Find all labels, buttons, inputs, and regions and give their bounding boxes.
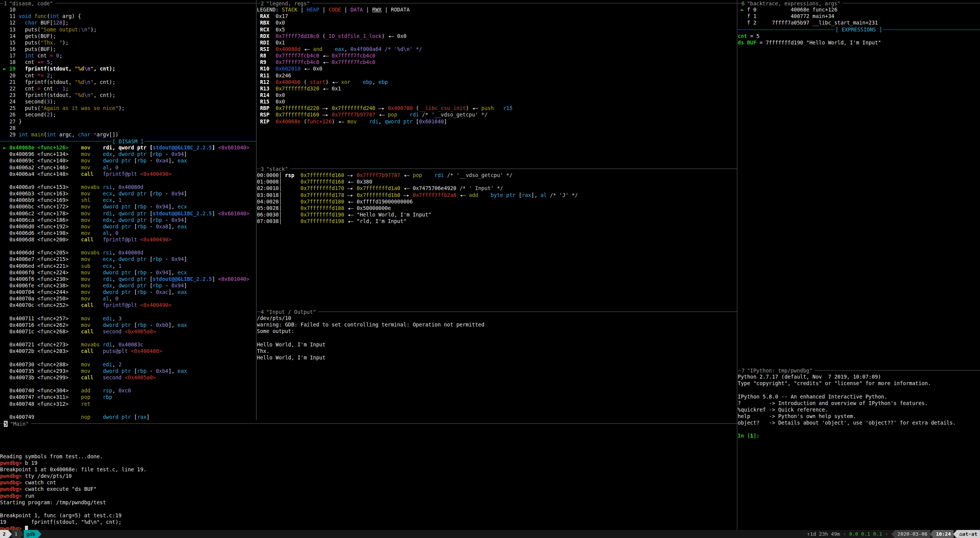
terminal-text-segment: 0x7ffff7fcb4c0 bbox=[332, 52, 375, 59]
terminal-line: 24 second(3); bbox=[0, 98, 256, 105]
pane-number: 4 bbox=[261, 309, 264, 315]
terminal-text-segment: 0x7fffffffd220 bbox=[276, 105, 319, 111]
tmux-session-badge[interactable]: 2 bbox=[0, 530, 8, 538]
separator-line bbox=[883, 30, 980, 30]
terminal-text-segment: - bbox=[162, 256, 171, 262]
tmux-window-tab-gdb[interactable]: gdb bbox=[24, 530, 38, 538]
terminal-line: R15 0x0 bbox=[257, 98, 737, 105]
terminal-text-segment: Starting program: /tmp/pwndbg/test bbox=[0, 499, 106, 505]
terminal-text-segment: 0x400696 <func+134> bbox=[0, 151, 81, 157]
terminal-text-segment: 128 bbox=[53, 20, 62, 26]
chevron-separator-icon: ‹ bbox=[882, 531, 891, 537]
terminal-text-segment: 0x7fffffffd320 bbox=[276, 85, 319, 92]
terminal-text-segment: 17 bbox=[0, 52, 19, 59]
terminal-text-segment: pwndbg> bbox=[0, 473, 25, 479]
terminal-text-segment: dword ptr bbox=[103, 368, 131, 374]
terminal-text-segment: 0x40080d bbox=[118, 184, 143, 190]
terminal-text-segment: edi bbox=[103, 361, 112, 367]
terminal-text-segment: stdout@@GLIBC_2.2.5 bbox=[153, 276, 212, 282]
pane-disasm-code[interactable]: 1"disasm, code" 10 11 void func(int arg)… bbox=[0, 0, 256, 420]
terminal-text-segment: tty /dev/pts/10 bbox=[25, 473, 72, 479]
pane-title-label: "disasm, code" bbox=[9, 0, 53, 7]
terminal-text-segment: func bbox=[34, 13, 47, 19]
terminal-text-segment: 0x50000000e bbox=[357, 205, 391, 211]
pane-input-output[interactable]: 4"Input / Output" /dev/pts/10warning: GD… bbox=[257, 308, 737, 420]
terminal-text-segment: rdi bbox=[103, 341, 112, 348]
terminal-text-segment: ( bbox=[319, 33, 326, 39]
terminal-text-segment: 0x4006d6 <func+198> bbox=[0, 230, 81, 236]
terminal-text-segment: , bbox=[112, 256, 118, 262]
hostname-label: at-at bbox=[962, 531, 977, 537]
terminal-text-segment: " bbox=[90, 66, 94, 72]
terminal-line: RDI 0x1 bbox=[257, 39, 737, 46]
gdb-console-listing[interactable]: Reading symbols from test...done.pwndbg>… bbox=[0, 427, 737, 530]
terminal-text-segment: 0x400740 <func+304> bbox=[0, 387, 81, 394]
pane-backtrace-expressions[interactable]: 6"backtrace, expressions, args" ► f 0 40… bbox=[738, 0, 980, 367]
terminal-text-segment: fprintf(stdout, bbox=[19, 79, 75, 85]
pane-legend-regs[interactable]: 2"legend, regs" LEGEND: STACK | HEAP | C… bbox=[257, 0, 737, 166]
terminal-text-segment: pop bbox=[388, 112, 397, 118]
terminal-line: 25 puts("Again as it was so nice"); bbox=[0, 105, 256, 112]
pane-main-gdb[interactable]: 5"Main" Reading symbols from test...done… bbox=[0, 420, 737, 530]
terminal-line: 0x4006d0 <func+192> mov dword ptr [rbp -… bbox=[0, 223, 256, 230]
terminal-text-segment: 0x4006b9 <func+169> bbox=[0, 197, 81, 203]
terminal-text-segment: 0x400711 <func+257> bbox=[0, 315, 81, 321]
terminal-line: 10 bbox=[0, 7, 256, 13]
terminal-text-segment: ► bbox=[0, 144, 9, 151]
terminal-line: 0x4006a4 <func+148> call fprintf@plt <0x… bbox=[0, 171, 256, 177]
pane-divider-vertical-left[interactable] bbox=[256, 0, 257, 420]
terminal-text-segment: mov bbox=[81, 315, 103, 321]
pane-number: 7 bbox=[742, 367, 745, 374]
terminal-line: Some output: bbox=[257, 328, 737, 335]
terminal-line: object? -> Details about 'object', use '… bbox=[738, 420, 980, 426]
terminal-text-segment: stdout@@GLIBC_2.2.5 bbox=[153, 144, 212, 151]
terminal-text-segment: , bbox=[112, 341, 118, 348]
chevron-separator-icon: ‹ bbox=[840, 531, 849, 537]
terminal-text-segment: [ bbox=[131, 368, 137, 374]
terminal-text-segment: 24 bbox=[0, 98, 19, 105]
terminal-text-segment: ); bbox=[50, 112, 56, 118]
terminal-text-segment: CODE bbox=[329, 7, 341, 13]
disassembly-listing: ► 0x40068e <func+126> mov rdi, qword ptr… bbox=[0, 144, 256, 420]
terminal-text-segment: 0 bbox=[115, 230, 118, 236]
terminal-text-segment: [ bbox=[516, 192, 522, 198]
terminal-text-segment: Some output: bbox=[257, 328, 294, 334]
tmux-window-index[interactable]: 1 bbox=[12, 530, 20, 538]
pane-divider-vertical-right[interactable] bbox=[737, 0, 737, 530]
terminal-text-segment: qword ptr bbox=[118, 210, 146, 217]
terminal-line: 04:0020│ 0x7fffffffd180 ◂— 0xffffd190000… bbox=[257, 198, 737, 205]
terminal-line: 0x4006b9 <func+169> shl ecx, 1 bbox=[0, 197, 256, 203]
terminal-text-segment: rsp bbox=[103, 387, 112, 394]
terminal-text-segment: , cnt); bbox=[94, 66, 115, 72]
pane-ipython[interactable]: 7"IPython: tmp/pwndbg" Python 2.7.17 (de… bbox=[738, 367, 980, 530]
terminal-text-segment: stdout@@GLIBC_2.2.5 bbox=[153, 210, 212, 217]
terminal-text-segment: BUF[ bbox=[38, 20, 53, 26]
terminal-text-segment: ecx bbox=[103, 197, 112, 203]
terminal-text-segment: 07:0038 bbox=[257, 218, 279, 224]
terminal-line bbox=[738, 426, 980, 433]
terminal-text-segment: [ bbox=[131, 322, 137, 328]
terminal-text-segment: 2 bbox=[47, 72, 50, 79]
terminal-text-segment bbox=[122, 328, 125, 335]
terminal-text-segment: puts( bbox=[19, 105, 41, 111]
ipython-console-listing[interactable]: Python 2.7.17 (default, Nov 7 2019, 10:0… bbox=[738, 374, 980, 439]
terminal-text-segment: 11 bbox=[0, 13, 19, 19]
terminal-text-segment: - bbox=[162, 190, 171, 197]
terminal-text-segment: ◂— bbox=[319, 59, 332, 65]
terminal-text-segment: 0x602010 bbox=[276, 66, 301, 72]
terminal-text-segment: , bbox=[112, 276, 118, 282]
terminal-text-segment: R14 bbox=[257, 92, 276, 98]
terminal-text-segment: Breakpoint 1, func (arg=5) at test.c:19 bbox=[0, 512, 122, 518]
terminal-text-segment: [ bbox=[146, 210, 153, 217]
terminal-text-segment: —▸ bbox=[344, 172, 357, 178]
terminal-line: pwndbg> cwatch cnt bbox=[0, 479, 737, 486]
pane-stack[interactable]: 3"stack" 00:0000│ rsp 0x7fffffffd160 —▸ … bbox=[257, 166, 737, 308]
status-date: 2020-03-06 bbox=[895, 530, 930, 538]
terminal-text-segment: edx bbox=[103, 217, 112, 223]
terminal-text-segment: 0x400730 <func+288> bbox=[0, 361, 81, 367]
terminal-text-segment: 1 bbox=[118, 263, 122, 269]
terminal-text-segment: <0x601040> bbox=[218, 210, 249, 217]
terminal-text-segment: 0x400721 <func+273> bbox=[0, 341, 81, 348]
terminal-text-segment: pwndbg> bbox=[0, 460, 25, 466]
terminal-text-segment: ◂— bbox=[301, 66, 313, 72]
